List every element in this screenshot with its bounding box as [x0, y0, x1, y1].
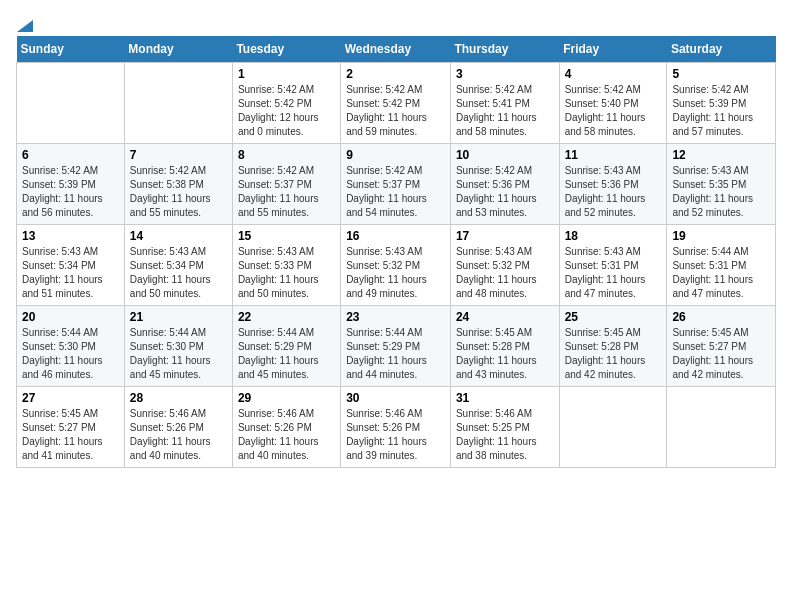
- daylight-label: Daylight: 11 hours and 39 minutes.: [346, 436, 427, 461]
- logo-triangle-icon: [17, 16, 33, 32]
- day-info: Sunrise: 5:42 AM Sunset: 5:37 PM Dayligh…: [346, 164, 445, 220]
- weekday-header-monday: Monday: [124, 36, 232, 63]
- day-number: 19: [672, 229, 770, 243]
- sunset-label: Sunset: 5:42 PM: [238, 98, 312, 109]
- sunrise-label: Sunrise: 5:42 AM: [346, 165, 422, 176]
- calendar-cell: 13 Sunrise: 5:43 AM Sunset: 5:34 PM Dayl…: [17, 225, 125, 306]
- calendar-cell: 1 Sunrise: 5:42 AM Sunset: 5:42 PM Dayli…: [232, 63, 340, 144]
- sunrise-label: Sunrise: 5:42 AM: [346, 84, 422, 95]
- day-number: 26: [672, 310, 770, 324]
- sunrise-label: Sunrise: 5:44 AM: [672, 246, 748, 257]
- calendar-cell: [559, 387, 667, 468]
- day-number: 20: [22, 310, 119, 324]
- daylight-label: Daylight: 11 hours and 54 minutes.: [346, 193, 427, 218]
- day-info: Sunrise: 5:42 AM Sunset: 5:42 PM Dayligh…: [238, 83, 335, 139]
- day-number: 5: [672, 67, 770, 81]
- sunrise-label: Sunrise: 5:42 AM: [238, 165, 314, 176]
- sunset-label: Sunset: 5:29 PM: [238, 341, 312, 352]
- day-info: Sunrise: 5:44 AM Sunset: 5:30 PM Dayligh…: [22, 326, 119, 382]
- day-number: 23: [346, 310, 445, 324]
- calendar-cell: 11 Sunrise: 5:43 AM Sunset: 5:36 PM Dayl…: [559, 144, 667, 225]
- sunset-label: Sunset: 5:26 PM: [130, 422, 204, 433]
- daylight-label: Daylight: 11 hours and 45 minutes.: [130, 355, 211, 380]
- daylight-label: Daylight: 11 hours and 44 minutes.: [346, 355, 427, 380]
- weekday-header-friday: Friday: [559, 36, 667, 63]
- daylight-label: Daylight: 11 hours and 40 minutes.: [238, 436, 319, 461]
- calendar-cell: [667, 387, 776, 468]
- daylight-label: Daylight: 11 hours and 56 minutes.: [22, 193, 103, 218]
- sunrise-label: Sunrise: 5:42 AM: [22, 165, 98, 176]
- daylight-label: Daylight: 11 hours and 57 minutes.: [672, 112, 753, 137]
- calendar-cell: 8 Sunrise: 5:42 AM Sunset: 5:37 PM Dayli…: [232, 144, 340, 225]
- day-number: 11: [565, 148, 662, 162]
- calendar-cell: 7 Sunrise: 5:42 AM Sunset: 5:38 PM Dayli…: [124, 144, 232, 225]
- calendar-cell: 26 Sunrise: 5:45 AM Sunset: 5:27 PM Dayl…: [667, 306, 776, 387]
- sunset-label: Sunset: 5:32 PM: [346, 260, 420, 271]
- daylight-label: Daylight: 11 hours and 42 minutes.: [565, 355, 646, 380]
- sunset-label: Sunset: 5:39 PM: [22, 179, 96, 190]
- daylight-label: Daylight: 11 hours and 49 minutes.: [346, 274, 427, 299]
- sunset-label: Sunset: 5:29 PM: [346, 341, 420, 352]
- day-info: Sunrise: 5:45 AM Sunset: 5:28 PM Dayligh…: [456, 326, 554, 382]
- svg-marker-0: [17, 20, 33, 32]
- sunrise-label: Sunrise: 5:45 AM: [456, 327, 532, 338]
- daylight-label: Daylight: 11 hours and 53 minutes.: [456, 193, 537, 218]
- weekday-header-tuesday: Tuesday: [232, 36, 340, 63]
- day-number: 9: [346, 148, 445, 162]
- day-info: Sunrise: 5:42 AM Sunset: 5:39 PM Dayligh…: [672, 83, 770, 139]
- sunrise-label: Sunrise: 5:44 AM: [346, 327, 422, 338]
- sunset-label: Sunset: 5:38 PM: [130, 179, 204, 190]
- daylight-label: Daylight: 11 hours and 46 minutes.: [22, 355, 103, 380]
- day-number: 1: [238, 67, 335, 81]
- daylight-label: Daylight: 11 hours and 51 minutes.: [22, 274, 103, 299]
- calendar-cell: 16 Sunrise: 5:43 AM Sunset: 5:32 PM Dayl…: [341, 225, 451, 306]
- calendar-cell: 4 Sunrise: 5:42 AM Sunset: 5:40 PM Dayli…: [559, 63, 667, 144]
- day-number: 30: [346, 391, 445, 405]
- day-info: Sunrise: 5:44 AM Sunset: 5:29 PM Dayligh…: [238, 326, 335, 382]
- sunrise-label: Sunrise: 5:43 AM: [456, 246, 532, 257]
- calendar-cell: 30 Sunrise: 5:46 AM Sunset: 5:26 PM Dayl…: [341, 387, 451, 468]
- day-info: Sunrise: 5:45 AM Sunset: 5:27 PM Dayligh…: [672, 326, 770, 382]
- calendar-table: SundayMondayTuesdayWednesdayThursdayFrid…: [16, 36, 776, 468]
- calendar-week-row: 13 Sunrise: 5:43 AM Sunset: 5:34 PM Dayl…: [17, 225, 776, 306]
- day-number: 10: [456, 148, 554, 162]
- day-number: 25: [565, 310, 662, 324]
- calendar-cell: 12 Sunrise: 5:43 AM Sunset: 5:35 PM Dayl…: [667, 144, 776, 225]
- day-info: Sunrise: 5:42 AM Sunset: 5:37 PM Dayligh…: [238, 164, 335, 220]
- sunset-label: Sunset: 5:31 PM: [565, 260, 639, 271]
- day-number: 12: [672, 148, 770, 162]
- calendar-cell: 15 Sunrise: 5:43 AM Sunset: 5:33 PM Dayl…: [232, 225, 340, 306]
- day-number: 8: [238, 148, 335, 162]
- day-info: Sunrise: 5:43 AM Sunset: 5:31 PM Dayligh…: [565, 245, 662, 301]
- daylight-label: Daylight: 11 hours and 50 minutes.: [238, 274, 319, 299]
- daylight-label: Daylight: 11 hours and 47 minutes.: [672, 274, 753, 299]
- daylight-label: Daylight: 11 hours and 41 minutes.: [22, 436, 103, 461]
- daylight-label: Daylight: 11 hours and 52 minutes.: [565, 193, 646, 218]
- sunset-label: Sunset: 5:30 PM: [22, 341, 96, 352]
- day-number: 21: [130, 310, 227, 324]
- day-number: 7: [130, 148, 227, 162]
- day-number: 13: [22, 229, 119, 243]
- day-info: Sunrise: 5:44 AM Sunset: 5:30 PM Dayligh…: [130, 326, 227, 382]
- day-info: Sunrise: 5:46 AM Sunset: 5:26 PM Dayligh…: [238, 407, 335, 463]
- sunset-label: Sunset: 5:27 PM: [22, 422, 96, 433]
- calendar-cell: 24 Sunrise: 5:45 AM Sunset: 5:28 PM Dayl…: [450, 306, 559, 387]
- calendar-cell: 21 Sunrise: 5:44 AM Sunset: 5:30 PM Dayl…: [124, 306, 232, 387]
- day-number: 2: [346, 67, 445, 81]
- sunset-label: Sunset: 5:37 PM: [346, 179, 420, 190]
- day-number: 15: [238, 229, 335, 243]
- day-number: 6: [22, 148, 119, 162]
- calendar-cell: 2 Sunrise: 5:42 AM Sunset: 5:42 PM Dayli…: [341, 63, 451, 144]
- sunset-label: Sunset: 5:28 PM: [565, 341, 639, 352]
- sunrise-label: Sunrise: 5:44 AM: [22, 327, 98, 338]
- daylight-label: Daylight: 11 hours and 42 minutes.: [672, 355, 753, 380]
- calendar-week-row: 6 Sunrise: 5:42 AM Sunset: 5:39 PM Dayli…: [17, 144, 776, 225]
- sunrise-label: Sunrise: 5:46 AM: [130, 408, 206, 419]
- sunset-label: Sunset: 5:34 PM: [130, 260, 204, 271]
- day-info: Sunrise: 5:45 AM Sunset: 5:28 PM Dayligh…: [565, 326, 662, 382]
- daylight-label: Daylight: 11 hours and 52 minutes.: [672, 193, 753, 218]
- day-info: Sunrise: 5:44 AM Sunset: 5:29 PM Dayligh…: [346, 326, 445, 382]
- sunrise-label: Sunrise: 5:42 AM: [456, 84, 532, 95]
- calendar-cell: 3 Sunrise: 5:42 AM Sunset: 5:41 PM Dayli…: [450, 63, 559, 144]
- sunset-label: Sunset: 5:39 PM: [672, 98, 746, 109]
